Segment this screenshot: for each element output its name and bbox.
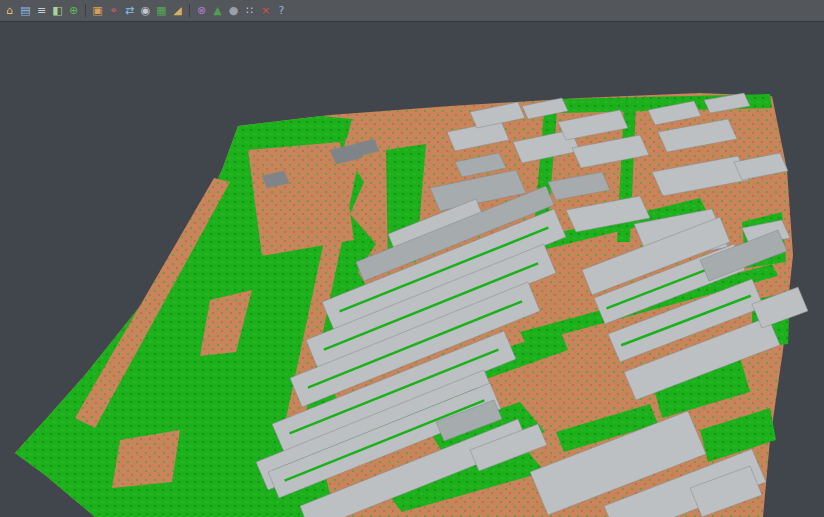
render-grid-icon[interactable]: ▦ xyxy=(154,3,169,18)
toolbar-separator xyxy=(85,4,86,17)
toolbar-separator xyxy=(189,4,190,17)
scene-svg xyxy=(0,0,824,517)
merge-icon[interactable]: ⊕ xyxy=(66,3,81,18)
sphere-icon[interactable]: ● xyxy=(226,3,241,18)
properties-icon[interactable]: ≡ xyxy=(34,3,49,18)
open-icon[interactable]: ⌂ xyxy=(2,3,17,18)
pick-point-icon[interactable]: ⌖ xyxy=(106,3,121,18)
save-icon[interactable]: ▤ xyxy=(18,3,33,18)
3d-viewport[interactable] xyxy=(0,0,824,517)
clone-icon[interactable]: ◧ xyxy=(50,3,65,18)
translate-icon[interactable]: ⇄ xyxy=(122,3,137,18)
delete-icon[interactable]: × xyxy=(258,3,273,18)
octree-icon[interactable]: ⊗ xyxy=(194,3,209,18)
application-window: ⌂▤≡◧⊕▣⌖⇄◉▦◢⊗▲●∷×? xyxy=(0,0,824,517)
main-toolbar: ⌂▤≡◧⊕▣⌖⇄◉▦◢⊗▲●∷×? xyxy=(0,0,824,22)
mesh-icon[interactable]: ▲ xyxy=(210,3,225,18)
help-icon[interactable]: ? xyxy=(274,3,289,18)
settings-icon[interactable]: ∷ xyxy=(242,3,257,18)
camera-icon[interactable]: ◉ xyxy=(138,3,153,18)
normals-icon[interactable]: ◢ xyxy=(170,3,185,18)
crop-icon[interactable]: ▣ xyxy=(90,3,105,18)
